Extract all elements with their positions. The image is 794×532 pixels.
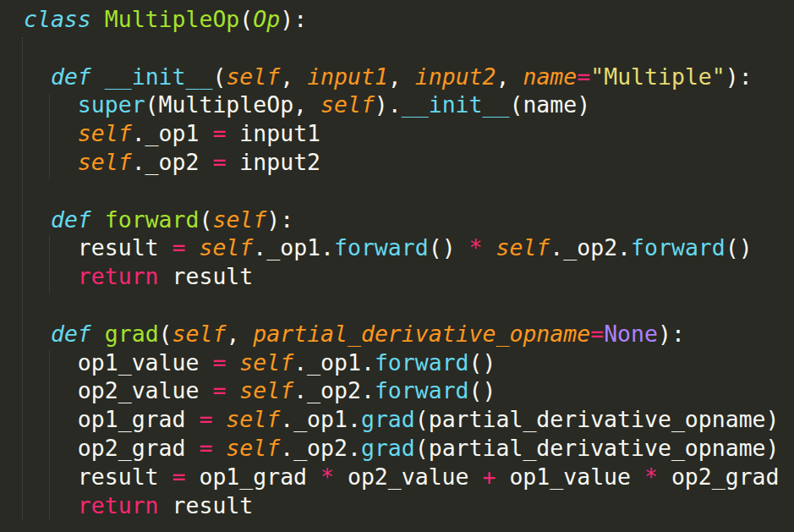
token-prm: self xyxy=(78,149,132,175)
token-op: = xyxy=(577,63,590,90)
code-line: op1_grad = self._op1.grad(partial_deriva… xyxy=(24,405,794,434)
token-prm: self xyxy=(239,377,293,403)
token-w xyxy=(483,234,496,261)
token-prm: self xyxy=(496,234,550,261)
token-call: forward xyxy=(334,234,429,261)
code-line: op2_value = self._op2.forward() xyxy=(24,376,794,405)
token-op: = xyxy=(172,234,186,261)
token-k: def xyxy=(51,206,91,233)
token-w xyxy=(24,63,51,90)
token-fn: MultipleOp xyxy=(105,6,240,32)
token-w xyxy=(226,377,239,403)
token-w: ). xyxy=(375,91,402,118)
token-w: ._op2. xyxy=(280,435,361,461)
token-w: op1_value xyxy=(24,349,212,376)
token-op: return xyxy=(78,263,159,289)
token-w: ): xyxy=(658,321,685,347)
token-w: (MultipleOp, xyxy=(145,91,320,118)
token-w xyxy=(24,120,78,146)
code-line xyxy=(24,177,794,206)
token-prm: self xyxy=(212,206,266,233)
token-w xyxy=(185,234,199,261)
token-w: ._op1. xyxy=(253,234,334,261)
token-w: result xyxy=(159,492,254,518)
token-w: result xyxy=(24,234,172,261)
code-line: self._op2 = input2 xyxy=(24,148,794,177)
token-w: () xyxy=(469,349,496,376)
token-op: * xyxy=(644,463,658,490)
token-w: ( xyxy=(159,321,172,347)
token-w: input2 xyxy=(226,149,320,175)
token-op: = xyxy=(172,463,186,490)
token-op: + xyxy=(482,463,496,490)
token-w xyxy=(24,263,78,289)
token-w: () xyxy=(726,234,753,261)
token-k: def xyxy=(51,63,91,90)
token-w xyxy=(24,149,78,175)
token-prm: self xyxy=(226,435,280,461)
token-w: ._op1. xyxy=(293,349,375,376)
token-w xyxy=(24,91,78,118)
token-w xyxy=(24,206,51,233)
token-fn: forward xyxy=(105,206,200,233)
token-w xyxy=(212,406,226,432)
token-w: () xyxy=(429,234,469,261)
token-call: forward xyxy=(375,349,469,376)
token-call: grad xyxy=(361,406,415,432)
token-w: op2_value xyxy=(334,463,483,490)
token-w xyxy=(91,63,105,90)
token-w xyxy=(24,492,78,518)
token-op: = xyxy=(199,406,212,432)
token-op: * xyxy=(469,234,483,261)
token-prm: self xyxy=(239,349,293,376)
code-editor: class MultipleOp(Op): def __init__(self,… xyxy=(0,0,794,532)
code-line xyxy=(24,291,794,320)
token-k: class xyxy=(24,6,91,32)
code-line: op2_grad = self._op2.grad(partial_deriva… xyxy=(24,434,794,463)
code-line: return result xyxy=(24,262,794,291)
token-w: (partial_derivative_opname) xyxy=(415,435,780,461)
token-w: () xyxy=(469,377,496,403)
token-w: ( xyxy=(212,63,226,90)
token-prm: self xyxy=(226,406,280,432)
token-op: = xyxy=(212,349,226,376)
token-w: (name) xyxy=(509,91,590,118)
token-prm: self xyxy=(320,91,375,118)
token-w: op2_value xyxy=(24,377,212,403)
code-block: class MultipleOp(Op): def __init__(self,… xyxy=(0,0,794,532)
token-op: = xyxy=(590,321,604,347)
token-op: = xyxy=(199,435,212,461)
token-w: , xyxy=(496,63,523,90)
token-call: __init__ xyxy=(402,91,510,118)
token-w: op2_grad xyxy=(24,435,199,461)
token-str: "Multiple" xyxy=(590,63,726,90)
token-w: , xyxy=(280,63,307,90)
token-w: op1_value xyxy=(496,463,644,490)
code-line: def grad(self, partial_derivative_opname… xyxy=(24,320,794,348)
token-w: ): xyxy=(280,6,307,32)
token-op: return xyxy=(78,492,159,518)
token-w: op2_grad xyxy=(658,463,780,490)
token-w xyxy=(212,435,226,461)
token-w: op1_grad xyxy=(24,406,199,432)
code-line: op1_value = self._op1.forward() xyxy=(24,348,794,377)
token-w: ._op1 xyxy=(132,120,213,146)
token-const: None xyxy=(604,321,658,347)
code-line: class MultipleOp(Op): xyxy=(24,5,794,34)
token-w: ._op2 xyxy=(132,149,213,175)
code-line: return result xyxy=(24,491,794,520)
code-line xyxy=(24,34,794,63)
code-line: result = op1_grad * op2_value + op1_valu… xyxy=(24,463,794,491)
code-line: def forward(self): xyxy=(24,206,794,234)
token-w: op1_grad xyxy=(185,463,320,490)
token-prm: self xyxy=(199,234,253,261)
token-w: ( xyxy=(239,6,253,32)
token-w: ( xyxy=(199,206,212,233)
token-op: = xyxy=(212,377,226,403)
token-prm: self xyxy=(226,63,280,90)
code-line: def __init__(self, input1, input2, name=… xyxy=(24,63,794,91)
token-w: ._op2. xyxy=(550,234,631,261)
token-w: ): xyxy=(726,63,753,90)
token-cls: Op xyxy=(253,6,280,32)
token-call: forward xyxy=(375,377,469,403)
